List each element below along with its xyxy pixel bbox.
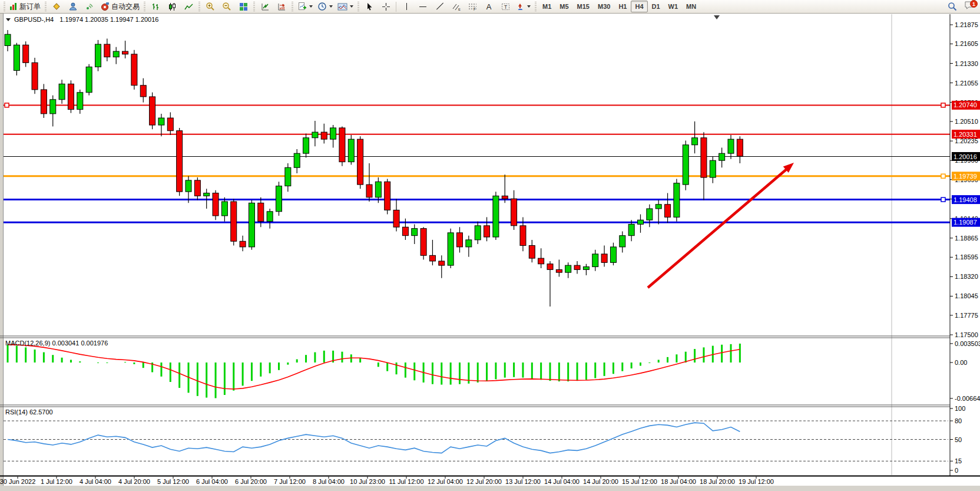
market-watch-button[interactable] bbox=[48, 0, 65, 13]
timeframe-button-H1[interactable]: H1 bbox=[614, 1, 631, 12]
line-drag-handle[interactable] bbox=[5, 103, 9, 107]
candlestick-bar bbox=[167, 118, 173, 131]
macd-axis-label: 0.003503 bbox=[955, 340, 980, 347]
toolbar-grip[interactable] bbox=[357, 2, 359, 11]
candlestick-bar bbox=[113, 51, 119, 57]
candlestick-bar bbox=[457, 233, 463, 247]
timeframe-button-M5[interactable]: M5 bbox=[555, 1, 572, 12]
candlestick-bar bbox=[177, 131, 183, 192]
time-axis-label: 4 Jul 04:00 bbox=[80, 478, 111, 485]
new-order-button[interactable]: 新订单 bbox=[7, 0, 43, 13]
fibonacci-tool-button[interactable]: F bbox=[464, 0, 481, 13]
line-drag-handle[interactable] bbox=[941, 103, 945, 107]
toolbar-grip[interactable] bbox=[144, 2, 145, 11]
timeframe-toolbar: M1M5M15M30H1H4D1W1MN bbox=[538, 1, 700, 12]
candlestick-bar bbox=[393, 210, 399, 227]
candlestick-icon bbox=[168, 2, 177, 11]
candlestick-bar bbox=[68, 84, 74, 109]
horizontal-line-tool-button[interactable] bbox=[415, 0, 431, 13]
candlestick-bar bbox=[574, 265, 580, 269]
text-tool-button[interactable]: A bbox=[481, 0, 497, 13]
timeframe-button-M30[interactable]: M30 bbox=[594, 1, 614, 12]
candlestick-bar bbox=[710, 160, 716, 177]
ohlc-bars-icon bbox=[151, 2, 160, 11]
time-axis-label: 1 Jul 12:00 bbox=[41, 478, 72, 485]
auto-scroll-button[interactable] bbox=[257, 0, 273, 13]
candlestick-bar bbox=[583, 267, 589, 270]
candlestick-bar bbox=[140, 85, 146, 97]
equidistant-channel-tool-button[interactable]: E bbox=[448, 0, 464, 13]
chart-shift-button[interactable] bbox=[273, 0, 290, 13]
main-toolbar: 新订单 自动交易 bbox=[0, 0, 980, 14]
price-level-badge-label: 1.19408 bbox=[953, 196, 977, 203]
candlestick-bar bbox=[285, 167, 291, 186]
signals-button[interactable] bbox=[81, 0, 98, 13]
candlestick-bar bbox=[511, 199, 517, 226]
tile-windows-button[interactable] bbox=[235, 0, 251, 13]
candlestick-bar bbox=[502, 196, 508, 199]
toolbar-grip[interactable] bbox=[535, 2, 537, 11]
candlestick-bar bbox=[240, 241, 246, 247]
price-axis-label: 1.17775 bbox=[955, 312, 978, 319]
candlestick-bar bbox=[23, 45, 29, 62]
person-icon bbox=[68, 2, 78, 11]
price-axis-label: 1.18045 bbox=[955, 292, 978, 299]
toolbar-grip[interactable] bbox=[4, 2, 5, 11]
candlestick-bar bbox=[484, 226, 490, 237]
arrows-tool-button[interactable] bbox=[514, 0, 533, 13]
candlestick-bar bbox=[601, 254, 607, 262]
symbol-dropdown-icon[interactable] bbox=[6, 18, 11, 21]
search-button[interactable] bbox=[944, 0, 961, 13]
channel-icon: E bbox=[452, 2, 461, 11]
candlestick-bar bbox=[339, 128, 345, 162]
trendline-tool-button[interactable] bbox=[431, 0, 448, 13]
notifications-button[interactable]: 1 bbox=[963, 1, 976, 12]
clock-icon bbox=[317, 2, 327, 11]
templates-button[interactable] bbox=[335, 0, 356, 13]
candlestick-bar bbox=[131, 54, 137, 85]
candlestick-bar bbox=[213, 193, 218, 216]
profile-button[interactable] bbox=[65, 0, 81, 13]
time-axis-label: 10 Jul 23:00 bbox=[350, 478, 385, 485]
candlestick-bar bbox=[620, 236, 625, 247]
vertical-line-tool-button[interactable] bbox=[398, 0, 415, 13]
timeframe-button-M15[interactable]: M15 bbox=[573, 1, 594, 12]
candlestick-bar bbox=[5, 34, 11, 45]
timeframe-clock-button[interactable] bbox=[315, 0, 335, 13]
timeframe-button-M1[interactable]: M1 bbox=[538, 1, 555, 12]
candlestick-bar bbox=[312, 132, 318, 138]
line-drag-handle[interactable] bbox=[941, 174, 945, 178]
timeframe-button-W1[interactable]: W1 bbox=[664, 1, 683, 12]
bar-chart-mode-button[interactable] bbox=[147, 0, 164, 13]
zoom-in-button[interactable] bbox=[202, 0, 218, 13]
zoom-in-icon bbox=[206, 2, 215, 11]
candlestick-bar bbox=[412, 229, 418, 236]
price-axis-label: 1.21605 bbox=[955, 40, 978, 47]
toolbar-grip[interactable] bbox=[253, 2, 255, 11]
candlestick-bar bbox=[258, 203, 264, 221]
zoom-out-button[interactable] bbox=[218, 0, 235, 13]
macd-axis-label: 0.00 bbox=[955, 359, 967, 366]
new-chart-button[interactable] bbox=[295, 0, 315, 13]
horizontal-line-icon bbox=[419, 6, 426, 7]
timeframe-button-MN[interactable]: MN bbox=[682, 1, 700, 12]
toolbar-grip[interactable] bbox=[198, 2, 200, 11]
candlestick-bar bbox=[520, 226, 526, 246]
line-drag-handle[interactable] bbox=[941, 197, 945, 202]
time-axis-label: 11 Jul 12:00 bbox=[389, 478, 423, 485]
timeframe-button-D1[interactable]: D1 bbox=[648, 1, 664, 12]
candl estick-mode-button[interactable] bbox=[164, 0, 180, 13]
auto-trading-button[interactable]: 自动交易 bbox=[98, 0, 142, 13]
time-axis-label: 12 Jul 20:00 bbox=[466, 478, 502, 485]
signal-icon bbox=[85, 2, 94, 11]
toolbar-grip[interactable] bbox=[292, 2, 293, 11]
chart-canvas[interactable]: 1.218751.216051.213301.210551.207801.205… bbox=[0, 0, 980, 491]
toolbar-grip[interactable] bbox=[45, 2, 47, 11]
cursor-tool-button[interactable] bbox=[361, 0, 378, 13]
time-axis-label: 30 Jun 2022 bbox=[0, 478, 35, 485]
crosshair-tool-button[interactable] bbox=[378, 0, 394, 13]
text-label-tool-button[interactable]: T bbox=[497, 0, 514, 13]
crosshair-icon bbox=[382, 2, 390, 11]
timeframe-button-H4[interactable]: H4 bbox=[631, 1, 647, 12]
line-chart-mode-button[interactable] bbox=[180, 0, 197, 13]
